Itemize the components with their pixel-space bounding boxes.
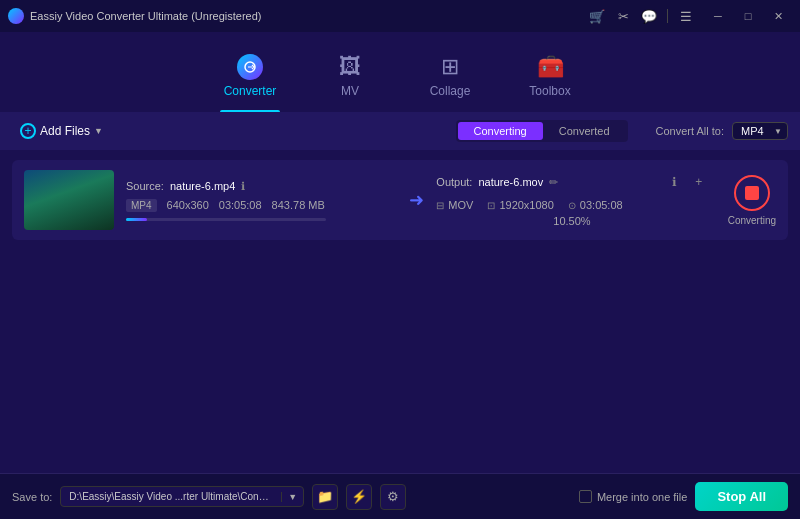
output-icons: ℹ +	[666, 173, 708, 191]
source-format: MP4	[126, 199, 157, 212]
output-resolution-item: ⊡ 1920x1080	[487, 199, 553, 211]
plus-icon: +	[20, 123, 36, 139]
save-path-select: D:\Eassiy\Eassiy Video ...rter Ultimate\…	[60, 486, 304, 507]
progress-bar-wrap	[126, 218, 326, 221]
output-resolution: 1920x1080	[499, 199, 553, 211]
output-name: nature-6.mov	[478, 176, 543, 188]
add-files-dropdown-icon[interactable]: ▼	[94, 126, 103, 136]
title-bar-left: Eassiy Video Converter Ultimate (Unregis…	[8, 8, 262, 24]
edit-icon[interactable]: ✏	[549, 176, 558, 189]
output-format-item: ⊟ MOV	[436, 199, 473, 211]
link-icon[interactable]: ✂	[615, 8, 631, 24]
source-filesize: 843.78 MB	[272, 199, 325, 211]
minimize-button[interactable]: ─	[704, 6, 732, 26]
output-info-btn[interactable]: ℹ	[666, 173, 684, 191]
menu-icon[interactable]: ☰	[678, 8, 694, 24]
tab-collage[interactable]: ⊞ Collage	[400, 40, 500, 112]
output-duration-item: ⊙ 03:05:08	[568, 199, 623, 211]
nav-tabs: Converter 🖼 MV ⊞ Collage 🧰 Toolbox	[0, 32, 800, 112]
thumbnail-image	[24, 170, 114, 230]
toolbar: + Add Files ▼ Converting Converted Conve…	[0, 112, 800, 150]
file-meta: MP4 640x360 03:05:08 843.78 MB	[126, 199, 397, 212]
output-add-btn[interactable]: +	[690, 173, 708, 191]
app-icon	[8, 8, 24, 24]
bottom-bar: Save to: D:\Eassiy\Eassiy Video ...rter …	[0, 473, 800, 519]
close-button[interactable]: ✕	[764, 6, 792, 26]
status-tabs: Converting Converted	[456, 120, 628, 142]
collage-icon: ⊞	[441, 54, 459, 80]
app-title: Eassiy Video Converter Ultimate (Unregis…	[30, 10, 262, 22]
output-meta: ⊟ MOV ⊡ 1920x1080 ⊙ 03:05:08	[436, 199, 707, 211]
format-icon: ⊟	[436, 200, 444, 211]
output-info: Output: nature-6.mov ✏ ℹ + ⊟ MOV ⊡ 1920x…	[436, 173, 707, 227]
converting-label: Converting	[728, 215, 776, 226]
open-folder-button[interactable]: 📁	[312, 484, 338, 510]
info-icon[interactable]: ℹ	[241, 180, 245, 193]
merge-text: Merge into one file	[597, 491, 688, 503]
stop-all-button[interactable]: Stop All	[695, 482, 788, 511]
source-name: nature-6.mp4	[170, 180, 235, 192]
save-to-label: Save to:	[12, 491, 52, 503]
converting-stop-button[interactable]: Converting	[728, 175, 776, 226]
status-tab-converting[interactable]: Converting	[458, 122, 543, 140]
thumbnail	[24, 170, 114, 230]
source-duration: 03:05:08	[219, 199, 262, 211]
converter-icon	[237, 54, 263, 80]
title-bar-icons: 🛒 ✂ 💬 ☰	[589, 8, 694, 24]
toolbox-icon: 🧰	[537, 54, 564, 80]
stop-circle[interactable]	[734, 175, 770, 211]
bluetooth-button[interactable]: ⚡	[346, 484, 372, 510]
tab-converter[interactable]: Converter	[200, 40, 300, 112]
mv-icon: 🖼	[339, 54, 361, 80]
settings-button[interactable]: ⚙	[380, 484, 406, 510]
source-row: Source: nature-6.mp4 ℹ	[126, 180, 397, 193]
main-content: Source: nature-6.mp4 ℹ MP4 640x360 03:05…	[0, 150, 800, 473]
chat-icon[interactable]: 💬	[641, 8, 657, 24]
output-format: MOV	[448, 199, 473, 211]
title-bar: Eassiy Video Converter Ultimate (Unregis…	[0, 0, 800, 32]
source-resolution: 640x360	[167, 199, 209, 211]
add-files-label: Add Files	[40, 124, 90, 138]
stop-square-icon	[745, 186, 759, 200]
file-card: Source: nature-6.mp4 ℹ MP4 640x360 03:05…	[12, 160, 788, 240]
converter-tab-label: Converter	[224, 84, 277, 98]
collage-tab-label: Collage	[430, 84, 471, 98]
progress-pct: 10.50%	[436, 215, 707, 227]
convert-all-label: Convert All to:	[656, 125, 724, 137]
output-duration: 03:05:08	[580, 199, 623, 211]
file-info: Source: nature-6.mp4 ℹ MP4 640x360 03:05…	[126, 180, 397, 221]
format-select-wrap: MP4 MOV AVI MKV MP3	[732, 122, 788, 140]
mv-tab-label: MV	[341, 84, 359, 98]
resolution-icon: ⊡	[487, 200, 495, 211]
arrow-icon: ➜	[409, 189, 424, 211]
save-path-text: D:\Eassiy\Eassiy Video ...rter Ultimate\…	[61, 487, 281, 506]
add-files-button[interactable]: + Add Files ▼	[12, 120, 111, 142]
output-row: Output: nature-6.mov ✏ ℹ +	[436, 173, 707, 191]
source-label: Source:	[126, 180, 164, 192]
cart-icon[interactable]: 🛒	[589, 8, 605, 24]
merge-checkbox[interactable]	[579, 490, 592, 503]
status-tab-converted[interactable]: Converted	[543, 122, 626, 140]
tab-mv[interactable]: 🖼 MV	[300, 40, 400, 112]
progress-bar-fill	[126, 218, 147, 221]
duration-icon: ⊙	[568, 200, 576, 211]
format-select[interactable]: MP4 MOV AVI MKV MP3	[732, 122, 788, 140]
maximize-button[interactable]: □	[734, 6, 762, 26]
divider	[667, 9, 668, 23]
merge-label: Merge into one file	[579, 490, 688, 503]
title-bar-right: ─ □ ✕	[704, 6, 792, 26]
output-label: Output:	[436, 176, 472, 188]
tab-toolbox[interactable]: 🧰 Toolbox	[500, 40, 600, 112]
save-path-dropdown-icon[interactable]: ▼	[281, 492, 303, 502]
toolbox-tab-label: Toolbox	[529, 84, 570, 98]
